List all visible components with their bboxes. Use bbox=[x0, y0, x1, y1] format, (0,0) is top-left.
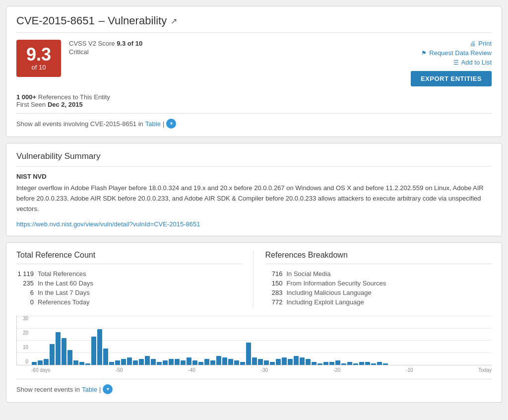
breakdown-num: 716 bbox=[265, 270, 283, 278]
bar bbox=[323, 362, 328, 365]
refs-info: 1 000+ References to This Entity First S… bbox=[16, 93, 492, 108]
score-number: 9.3 bbox=[26, 46, 51, 64]
ref-num: 6 bbox=[16, 289, 34, 296]
flag-icon: ⚑ bbox=[421, 50, 427, 57]
bar bbox=[282, 357, 287, 365]
add-to-list-label: Add to List bbox=[461, 59, 492, 66]
bar bbox=[187, 357, 191, 365]
bar bbox=[163, 360, 168, 365]
ref-label: In the Last 7 Days bbox=[38, 289, 90, 296]
add-to-list-link[interactable]: ☰ Add to List bbox=[453, 59, 492, 66]
breakdown-row: 283Including Malicious Language bbox=[265, 289, 492, 296]
x-axis-label: -20 bbox=[333, 367, 340, 373]
bar bbox=[353, 363, 358, 365]
x-axis-labels: -60 days-50-40-30-20-10Today bbox=[16, 367, 492, 373]
x-axis-label: -10 bbox=[406, 367, 413, 373]
export-button[interactable]: EXPORT ENTITIES bbox=[411, 71, 492, 86]
bar bbox=[121, 359, 126, 365]
bar bbox=[181, 360, 186, 365]
print-link[interactable]: 🖨 Print bbox=[470, 40, 492, 47]
bar bbox=[103, 349, 108, 365]
ref-row: 0References Today bbox=[16, 298, 243, 306]
request-review-label: Request Data Review bbox=[429, 49, 492, 57]
print-icon: 🖨 bbox=[470, 40, 476, 47]
bar bbox=[62, 338, 66, 365]
ref-row: 235In the Last 60 Days bbox=[16, 280, 243, 287]
bar bbox=[192, 360, 197, 365]
bar bbox=[347, 362, 352, 365]
score-details: CVSS V2 Score 9.3 of 10 Critical bbox=[69, 40, 142, 56]
bar bbox=[73, 360, 78, 365]
bar bbox=[91, 337, 96, 365]
breakdown-label: In Social Media bbox=[287, 270, 331, 278]
score-of: of 10 bbox=[32, 64, 46, 71]
breakdown-label: Including Malicious Language bbox=[287, 289, 372, 296]
title-suffix: – Vulnerability bbox=[99, 14, 167, 27]
external-link-icon[interactable]: ↗ bbox=[171, 16, 177, 26]
bar bbox=[371, 363, 376, 365]
cve-title-text: CVE-2015-8651 bbox=[16, 14, 95, 27]
dropdown-arrow-icon[interactable]: ▾ bbox=[166, 119, 176, 129]
bar bbox=[246, 343, 251, 365]
bar bbox=[115, 360, 120, 365]
cvss-score-badge: 9.3 of 10 bbox=[16, 40, 61, 77]
bar bbox=[240, 362, 245, 365]
nvd-link[interactable]: https://web.nvd.nist.gov/view/vuln/detai… bbox=[16, 220, 200, 228]
first-seen-date: Dec 2, 2015 bbox=[48, 101, 83, 108]
table-link[interactable]: Table bbox=[145, 120, 161, 128]
bar bbox=[97, 329, 102, 365]
ref-num: 0 bbox=[16, 298, 34, 306]
bar bbox=[228, 359, 233, 365]
bar bbox=[222, 357, 227, 365]
ref-row: 1 119Total References bbox=[16, 270, 243, 278]
bar bbox=[85, 363, 90, 365]
header-card: CVE-2015-8651 – Vulnerability ↗ 9.3 of 1… bbox=[6, 6, 502, 137]
vuln-description: Integer overflow in Adobe Flash Player b… bbox=[16, 183, 492, 214]
recent-table-link[interactable]: Table bbox=[82, 386, 97, 393]
breakdown-num: 772 bbox=[265, 298, 283, 306]
bar bbox=[312, 362, 317, 365]
nist-label: NIST NVD bbox=[16, 173, 492, 180]
bar bbox=[32, 362, 37, 365]
show-events-text: Show all events involving CVE-2015-8651 … bbox=[16, 120, 143, 128]
request-review-link[interactable]: ⚑ Request Data Review bbox=[421, 49, 492, 57]
list-icon: ☰ bbox=[453, 59, 459, 66]
bar bbox=[139, 359, 144, 365]
recent-dropdown-icon[interactable]: ▾ bbox=[103, 384, 113, 394]
cvss-label: CVSS V2 Score 9.3 of 10 bbox=[69, 40, 142, 47]
bar bbox=[294, 356, 299, 365]
bar bbox=[44, 359, 49, 365]
x-axis-label: Today bbox=[478, 367, 492, 373]
bar bbox=[216, 356, 221, 365]
pipe-separator: | bbox=[163, 120, 164, 128]
total-ref-title: Total Reference Count bbox=[16, 251, 243, 264]
bar bbox=[341, 363, 346, 365]
breakdown-rows: 716In Social Media150From Information Se… bbox=[265, 270, 492, 306]
bar bbox=[38, 360, 43, 365]
ref-label: In the Last 60 Days bbox=[38, 280, 93, 287]
ref-num: 235 bbox=[16, 280, 34, 287]
show-events-bar: Show all events involving CVE-2015-8651 … bbox=[16, 113, 492, 129]
bar bbox=[300, 357, 305, 365]
left-column: Total Reference Count 1 119Total Referen… bbox=[16, 251, 254, 308]
ref-label: References Today bbox=[38, 298, 90, 306]
bar bbox=[210, 360, 215, 365]
chart-wrapper: 0102030 bbox=[16, 316, 492, 365]
breakdown-row: 716In Social Media bbox=[265, 270, 492, 278]
bar bbox=[365, 362, 370, 365]
bar bbox=[377, 362, 382, 365]
bar bbox=[264, 360, 269, 365]
header-content: 9.3 of 10 CVSS V2 Score 9.3 of 10 Critic… bbox=[16, 40, 492, 86]
x-axis-label: -50 bbox=[116, 367, 123, 373]
breakdown-num: 283 bbox=[265, 289, 283, 296]
print-label: Print bbox=[478, 40, 492, 47]
two-column-layout: Total Reference Count 1 119Total Referen… bbox=[16, 251, 492, 308]
bar bbox=[318, 363, 322, 365]
bar bbox=[109, 362, 114, 365]
bar bbox=[252, 357, 257, 365]
x-axis-label: -40 bbox=[188, 367, 195, 373]
ref-row: 6In the Last 7 Days bbox=[16, 289, 243, 296]
bar bbox=[157, 362, 162, 365]
bar bbox=[359, 362, 364, 365]
breakdown-label: From Information Security Sources bbox=[287, 280, 386, 287]
